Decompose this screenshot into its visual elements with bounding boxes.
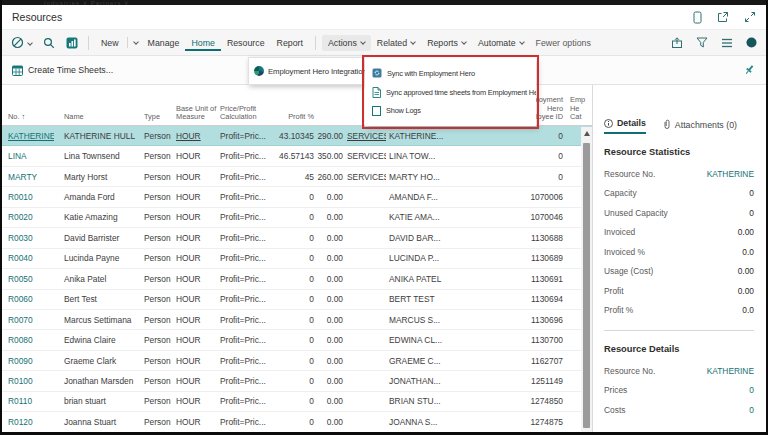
table-row[interactable]: LINA Lina Townsend Person HOUR Profit=Pr… (2, 146, 592, 166)
menu-report[interactable]: Report (271, 35, 309, 51)
employment-hero-logo-icon (254, 66, 264, 76)
resource-no-link[interactable]: R0110 (8, 396, 32, 406)
resource-no-link[interactable]: R0050 (8, 274, 33, 284)
cell-type: Person (142, 274, 174, 284)
field-value[interactable]: KATHERINE (707, 366, 754, 376)
cell-type: Person (142, 212, 174, 222)
cell-unit-price: 0.00 (316, 192, 344, 202)
resource-no-link[interactable]: R0060 (8, 294, 33, 304)
tab-attachments[interactable]: Attachments (0) (663, 119, 737, 134)
table-row[interactable]: R0080 Edwina Claire Person HOUR Profit=P… (2, 330, 592, 350)
cell-name: Marcus Settimana (54, 315, 142, 325)
tab-details[interactable]: Details (604, 118, 646, 134)
resource-no-link[interactable]: R0090 (8, 356, 33, 366)
cell-price-profit-calc: Profit=Pric... (218, 315, 266, 325)
table-row[interactable]: R0090 Graeme Clark Person HOUR Profit=Pr… (2, 351, 592, 371)
cue-menu-icon[interactable] (11, 36, 32, 49)
actions-dropdown-panel: Employment Hero Integration › (248, 57, 365, 85)
filter-icon[interactable] (696, 37, 708, 48)
table-row[interactable]: KATHERINE⋮ KATHERINE HULL Person HOUR Pr… (2, 126, 592, 146)
col-header-no[interactable]: No. ↑ (2, 113, 54, 122)
resource-no-link[interactable]: R0030 (8, 233, 33, 243)
field-label: Profit (604, 286, 624, 296)
table-row[interactable]: R0010 Amanda Ford Person HOUR Profit=Pri… (2, 187, 592, 207)
resource-no-link[interactable]: R0080 (8, 335, 33, 345)
analyze-icon[interactable] (66, 37, 78, 49)
field-value[interactable]: 0.00 (738, 227, 754, 237)
table-row[interactable]: R0050 Anika Patel Person HOUR Profit=Pri… (2, 269, 592, 289)
mobile-view-icon[interactable] (693, 11, 702, 24)
sync-with-employment-hero-item[interactable]: Sync with Employment Hero (365, 68, 536, 78)
divider (127, 37, 128, 48)
chevron-down-icon (360, 39, 366, 45)
create-time-sheets-button[interactable]: Create Time Sheets... (12, 65, 113, 76)
resource-no-link[interactable]: R0100 (8, 376, 33, 386)
sync-approved-time-sheets-item[interactable]: Sync approved time sheets from Employmen… (365, 87, 536, 98)
table-row[interactable]: R0070 Marcus Settimana Person HOUR Profi… (2, 310, 592, 330)
cell-base-unit: HOUR (174, 212, 218, 222)
show-logs-item[interactable]: Show Logs (365, 106, 536, 116)
cell-eh-name: KATHERINE... (386, 131, 448, 141)
table-row[interactable]: R0120 Joanna Stuart Person HOUR Profit=P… (2, 412, 592, 432)
resource-no-link[interactable]: MARTY (8, 172, 37, 182)
table-body: KATHERINE⋮ KATHERINE HULL Person HOUR Pr… (2, 126, 592, 433)
scrollbar-thumb[interactable] (583, 143, 590, 428)
cell-name: Bert Test (54, 294, 142, 304)
table-row[interactable]: R0110 brian stuart Person HOUR Profit=Pr… (2, 392, 592, 412)
field-value[interactable]: 0 (749, 405, 754, 415)
new-dropdown-button[interactable] (130, 35, 142, 51)
cell-type: Person (142, 294, 174, 304)
resource-no-link[interactable]: R0010 (8, 192, 33, 202)
menu-new[interactable]: New (95, 35, 125, 51)
table-row[interactable]: R0030 David Barrister Person HOUR Profit… (2, 228, 592, 248)
cell-eh-name: GRAEME C... (386, 356, 448, 366)
resource-no-link[interactable]: KATHERINE (8, 131, 54, 141)
factbox-field-row: Profit % 0.0 (604, 301, 754, 321)
menu-actions[interactable]: Actions (322, 35, 371, 51)
cell-name: Anika Patel (54, 274, 142, 284)
col-header-profit-pct[interactable]: Profit % (266, 113, 316, 122)
resource-no-link[interactable]: LINA (8, 151, 27, 161)
col-header-price-profit-calc[interactable]: Price/Profit Calculation (218, 105, 266, 122)
menu-home[interactable]: Home (185, 35, 220, 51)
table-row[interactable]: R0040 Lucinda Payne Person HOUR Profit=P… (2, 249, 592, 269)
table-row[interactable]: MARTY Marty Horst Person HOUR Profit=Pri… (2, 167, 592, 187)
resource-no-link[interactable]: R0040 (8, 253, 33, 263)
field-value[interactable]: 0.00 (738, 266, 754, 276)
table-row[interactable]: R0020 Katie Amazing Person HOUR Profit=P… (2, 208, 592, 228)
field-value[interactable]: 0.0 (742, 305, 754, 315)
open-in-window-icon[interactable] (717, 11, 729, 23)
table-row[interactable]: R0100 Jonathan Marsden Person HOUR Profi… (2, 371, 592, 391)
menu-automate[interactable]: Automate (472, 35, 530, 51)
pin-factbox-icon[interactable] (744, 64, 756, 76)
col-header-type[interactable]: Type (142, 113, 174, 122)
table-row[interactable]: R0060 Bert Test Person HOUR Profit=Pric.… (2, 290, 592, 310)
col-header-name[interactable]: Name (54, 113, 142, 122)
profile-circle-icon[interactable] (746, 37, 757, 48)
list-view-icon[interactable] (721, 38, 733, 48)
menu-reports[interactable]: Reports (421, 35, 472, 51)
menu-fewer-options[interactable]: Fewer options (530, 35, 597, 51)
cell-unit-price: 260.00 (316, 172, 344, 182)
resize-icon[interactable] (744, 11, 756, 23)
table-scrollbar[interactable] (581, 127, 592, 432)
field-value[interactable]: 0 (749, 188, 754, 198)
field-value[interactable]: KATHERINE (707, 169, 754, 179)
col-header-eh-category[interactable]: Emp He Cat (566, 96, 592, 122)
resource-no-link[interactable]: R0020 (8, 212, 33, 222)
menu-manage[interactable]: Manage (142, 35, 186, 51)
resource-no-link[interactable]: R0070 (8, 315, 33, 325)
field-value[interactable]: 0.00 (738, 286, 754, 296)
col-header-base-unit[interactable]: Base Unit of Measure (174, 105, 218, 122)
share-icon[interactable] (671, 37, 683, 49)
field-value[interactable]: 0.0 (742, 247, 754, 257)
field-value[interactable]: 0 (749, 385, 754, 395)
menu-resource[interactable]: Resource (221, 35, 271, 51)
resource-no-link[interactable]: R0120 (8, 417, 33, 427)
cell-price-profit-calc: Profit=Pric... (218, 335, 266, 345)
scroll-up-arrow-icon[interactable] (584, 131, 590, 136)
menu-related[interactable]: Related (371, 35, 421, 51)
search-icon[interactable] (43, 37, 55, 49)
field-value[interactable]: 0 (749, 208, 754, 218)
employment-hero-integration-item[interactable]: Employment Hero Integration (268, 67, 367, 76)
